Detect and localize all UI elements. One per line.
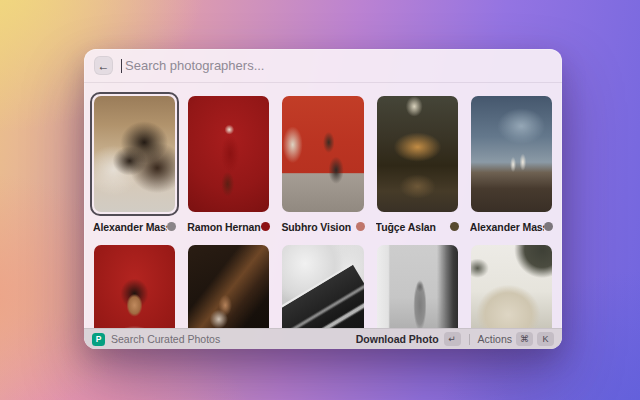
- photo-cell: Alexander Mass: [467, 92, 556, 233]
- footer-divider: [469, 334, 470, 345]
- download-photo-button[interactable]: Download Photo ↵: [356, 332, 461, 346]
- raycast-window: ← Alexander Mass Ramon Hernandez: [84, 49, 562, 349]
- photo-thumbnail[interactable]: [467, 241, 556, 328]
- photographer-name: Alexander Mass: [470, 221, 544, 233]
- avg-color-dot: [450, 222, 459, 231]
- photo-thumbnail[interactable]: [278, 241, 367, 328]
- photo-image: [188, 245, 269, 328]
- search-header: ←: [84, 49, 562, 83]
- photo-thumbnail[interactable]: [90, 241, 179, 328]
- action-bar: P Search Curated Photos Download Photo ↵…: [84, 328, 562, 349]
- photo-image: [282, 245, 363, 328]
- photo-thumbnail[interactable]: [373, 92, 462, 216]
- command-key-icon: ⌘: [516, 332, 533, 346]
- avg-color-dot: [167, 222, 176, 231]
- photo-thumbnail-selected[interactable]: [90, 92, 179, 216]
- photo-caption: Alexander Mass: [93, 220, 176, 233]
- photo-thumbnail[interactable]: [467, 92, 556, 216]
- back-arrow-icon: ←: [98, 60, 110, 72]
- photo-cell: Subhro Vision: [278, 92, 367, 233]
- photo-thumbnail[interactable]: [278, 92, 367, 216]
- photo-caption: Tuğçe Aslan: [376, 220, 459, 233]
- photo-cell: [373, 241, 462, 328]
- k-key-icon: K: [537, 332, 554, 346]
- actions-label: Actions: [478, 333, 512, 345]
- photo-thumbnail[interactable]: [373, 241, 462, 328]
- command-title: Search Curated Photos: [111, 333, 220, 345]
- photographer-name: Ramon Hernandez: [187, 221, 261, 233]
- photo-cell: [184, 241, 273, 328]
- back-button[interactable]: ←: [94, 56, 113, 75]
- photo-grid-row-1: Alexander Mass Ramon Hernandez Subhro Vi…: [89, 92, 557, 233]
- actions-button[interactable]: Actions ⌘ K: [478, 332, 554, 346]
- photographer-name: Alexander Mass: [93, 221, 167, 233]
- photo-image: [471, 96, 552, 212]
- search-field-wrap: [121, 56, 552, 76]
- photo-cell: Alexander Mass: [90, 92, 179, 233]
- photo-grid: Alexander Mass Ramon Hernandez Subhro Vi…: [84, 83, 562, 328]
- avg-color-dot: [261, 222, 270, 231]
- search-input[interactable]: [122, 56, 552, 76]
- photo-image: [282, 96, 363, 212]
- photo-cell: Ramon Hernandez: [184, 92, 273, 233]
- photo-thumbnail[interactable]: [184, 92, 273, 216]
- download-photo-label: Download Photo: [356, 333, 439, 345]
- avg-color-dot: [544, 222, 553, 231]
- photo-caption: Subhro Vision: [281, 220, 364, 233]
- photo-cell: [90, 241, 179, 328]
- avg-color-dot: [356, 222, 365, 231]
- photo-cell: Tuğçe Aslan: [373, 92, 462, 233]
- photo-image: [94, 245, 175, 328]
- photo-caption: Ramon Hernandez: [187, 220, 270, 233]
- photo-thumbnail[interactable]: [184, 241, 273, 328]
- photo-image: [377, 245, 458, 328]
- photo-grid-row-2: [89, 241, 557, 328]
- pexels-logo-icon: P: [92, 333, 105, 346]
- photo-image: [188, 96, 269, 212]
- photo-caption: Alexander Mass: [470, 220, 553, 233]
- photographer-name: Subhro Vision: [281, 221, 351, 233]
- photographer-name: Tuğçe Aslan: [376, 221, 436, 233]
- enter-key-icon: ↵: [444, 332, 461, 346]
- photo-image: [471, 245, 552, 328]
- photo-cell: [467, 241, 556, 328]
- photo-image: [377, 96, 458, 212]
- photo-cell: [278, 241, 367, 328]
- photo-image: [94, 96, 175, 212]
